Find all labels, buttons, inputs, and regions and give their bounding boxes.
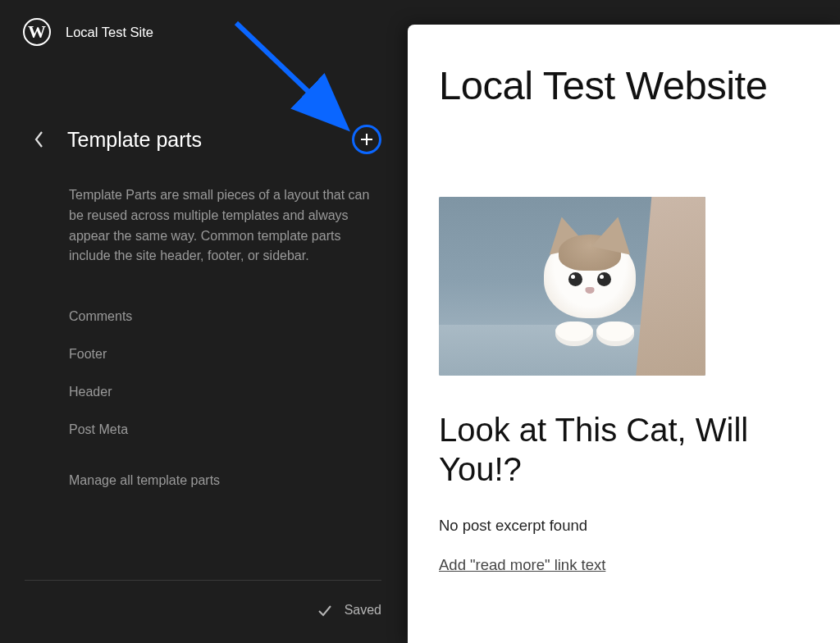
template-part-item[interactable]: Comments [69, 298, 381, 335]
save-status-label: Saved [345, 603, 381, 618]
check-icon [317, 602, 333, 618]
back-button[interactable] [23, 123, 56, 156]
list-item-label: Comments [69, 309, 132, 323]
list-item-label: Header [69, 385, 112, 399]
preview-excerpt: No post excerpt found [439, 517, 840, 535]
editor-sidebar: W Local Test Site Template parts Templat… [0, 0, 406, 643]
wordpress-logo-glyph: W [28, 21, 46, 43]
site-header: W Local Test Site [0, 0, 406, 46]
wordpress-logo-icon[interactable]: W [23, 18, 51, 46]
list-item-label: Footer [69, 347, 107, 361]
panel-body: Template Parts are small pieces of a lay… [0, 156, 406, 488]
template-preview-canvas[interactable]: Local Test Website Look at This Cat, Wil… [408, 25, 840, 643]
panel-description: Template Parts are small pieces of a lay… [69, 185, 381, 267]
list-item-label: Post Meta [69, 422, 128, 436]
panel-header: Template parts [0, 123, 406, 156]
chevron-left-icon [34, 130, 45, 148]
template-part-item[interactable]: Post Meta [69, 411, 381, 449]
site-name[interactable]: Local Test Site [66, 25, 153, 40]
save-status-bar: Saved [25, 580, 381, 618]
template-part-item[interactable]: Header [69, 373, 381, 411]
template-parts-list: Comments Footer Header Post Meta [69, 298, 381, 449]
kitten-illustration [439, 197, 705, 376]
add-template-part-button[interactable] [352, 125, 381, 154]
plus-icon [358, 131, 375, 148]
panel-title: Template parts [67, 128, 202, 152]
preview-featured-image[interactable] [439, 197, 705, 376]
template-part-item[interactable]: Footer [69, 335, 381, 373]
read-more-link-placeholder[interactable]: Add "read more" link text [439, 556, 605, 574]
manage-all-link[interactable]: Manage all template parts [69, 473, 381, 488]
preview-site-title[interactable]: Local Test Website [439, 62, 840, 108]
preview-post-title[interactable]: Look at This Cat, Will You!? [439, 410, 751, 489]
